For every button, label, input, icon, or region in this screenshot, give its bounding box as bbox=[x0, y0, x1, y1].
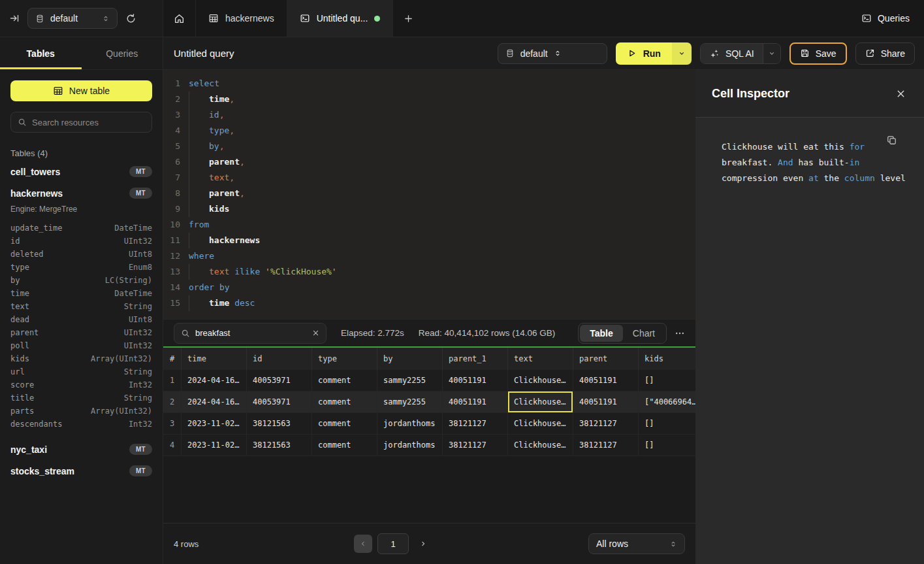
editor-line[interactable]: 7text, bbox=[163, 170, 695, 186]
column-row[interactable]: idUInt32 bbox=[10, 235, 152, 248]
table-cell[interactable]: sammy2255 bbox=[377, 391, 443, 412]
queries-button[interactable]: Queries bbox=[861, 13, 910, 24]
column-row[interactable]: deletedUInt8 bbox=[10, 248, 152, 261]
refresh-icon[interactable] bbox=[125, 13, 136, 24]
new-table-button[interactable]: New table bbox=[10, 80, 152, 101]
table-cell[interactable]: Clickhouse… bbox=[508, 413, 573, 434]
results-search[interactable] bbox=[174, 323, 327, 344]
table-cell[interactable]: [] bbox=[639, 370, 695, 391]
clear-search-icon[interactable] bbox=[312, 329, 319, 337]
table-row[interactable]: 32023-11-02…38121563commentjordanthoms38… bbox=[163, 413, 695, 435]
column-row[interactable]: descendantsInt32 bbox=[10, 418, 152, 431]
table-cell[interactable]: 2023-11-02… bbox=[182, 413, 247, 434]
column-row[interactable]: update_timeDateTime bbox=[10, 222, 152, 235]
table-cell[interactable]: Clickhouse… bbox=[508, 435, 573, 456]
editor-line[interactable]: 6parent, bbox=[163, 154, 695, 170]
table-cell[interactable]: 40051191 bbox=[573, 370, 639, 391]
column-row[interactable]: timeDateTime bbox=[10, 287, 152, 300]
editor-line[interactable]: 12where bbox=[163, 248, 695, 264]
table-cell[interactable]: comment bbox=[312, 370, 377, 391]
column-row[interactable]: parentUInt32 bbox=[10, 326, 152, 339]
row-number[interactable]: 1 bbox=[163, 370, 182, 391]
table-cell[interactable]: 38121127 bbox=[573, 435, 639, 456]
table-cell[interactable]: [] bbox=[639, 413, 695, 434]
column-header[interactable]: id bbox=[247, 348, 312, 370]
table-row[interactable]: 12024-04-16…40053971commentsammy22554005… bbox=[163, 370, 695, 391]
table-cell[interactable]: 40051191 bbox=[443, 391, 508, 412]
run-options-button[interactable] bbox=[672, 42, 692, 65]
row-number[interactable]: 2 bbox=[163, 391, 182, 412]
table-cell[interactable]: 40051191 bbox=[443, 370, 508, 391]
column-header[interactable]: by bbox=[377, 348, 443, 370]
editor-line[interactable]: 2time, bbox=[163, 91, 695, 107]
column-header[interactable]: kids bbox=[639, 348, 695, 370]
table-row[interactable]: 42023-11-02…38121563commentjordanthoms38… bbox=[163, 435, 695, 456]
column-row[interactable]: deadUInt8 bbox=[10, 313, 152, 326]
share-button[interactable]: Share bbox=[855, 42, 915, 65]
table-cell[interactable]: 40053971 bbox=[247, 370, 312, 391]
more-options-icon[interactable] bbox=[675, 328, 685, 339]
table-cell[interactable]: 38121563 bbox=[247, 413, 312, 434]
table-cell[interactable]: 40053971 bbox=[247, 391, 312, 412]
save-button[interactable]: Save bbox=[789, 42, 847, 65]
collapse-sidebar-icon[interactable] bbox=[9, 13, 20, 24]
sidebar-table-nyc_taxi[interactable]: nyc_taxiMT bbox=[0, 439, 163, 460]
new-tab-button[interactable] bbox=[393, 0, 423, 37]
sidebar-tab-queries[interactable]: Queries bbox=[82, 37, 163, 69]
copy-icon[interactable] bbox=[886, 135, 897, 146]
editor-line[interactable]: 15time desc bbox=[163, 295, 695, 311]
column-header[interactable]: time bbox=[182, 348, 247, 370]
table-cell[interactable]: 38121127 bbox=[573, 413, 639, 434]
column-row[interactable]: urlString bbox=[10, 365, 152, 378]
resource-search[interactable] bbox=[10, 112, 152, 133]
column-row[interactable]: titleString bbox=[10, 391, 152, 405]
table-cell[interactable]: 2024-04-16… bbox=[182, 391, 247, 412]
sidebar-tab-tables[interactable]: Tables bbox=[0, 37, 82, 69]
editor-line[interactable]: 9kids bbox=[163, 201, 695, 217]
column-row[interactable]: textString bbox=[10, 300, 152, 313]
row-number[interactable]: 3 bbox=[163, 413, 182, 434]
column-row[interactable]: scoreInt32 bbox=[10, 378, 152, 391]
sql-ai-button[interactable]: SQL AI bbox=[701, 44, 763, 63]
sidebar-table-stocks_stream[interactable]: stocks_streamMT bbox=[0, 460, 163, 482]
sidebar-table-cell_towers[interactable]: cell_towersMT bbox=[0, 161, 163, 182]
editor-line[interactable]: 4type, bbox=[163, 123, 695, 139]
editor-line[interactable]: 11hackernews bbox=[163, 233, 695, 248]
column-header[interactable]: parent_1 bbox=[443, 348, 508, 370]
editor-line[interactable]: 13text ilike '%ClickHouse%' bbox=[163, 264, 695, 280]
table-cell[interactable]: comment bbox=[312, 435, 377, 456]
table-cell[interactable]: [] bbox=[639, 435, 695, 456]
table-cell[interactable]: 2024-04-16… bbox=[182, 370, 247, 391]
column-header[interactable]: # bbox=[163, 348, 182, 370]
table-cell[interactable]: jordanthoms bbox=[377, 413, 443, 434]
editor-line[interactable]: 8parent, bbox=[163, 186, 695, 201]
column-row[interactable]: byLC(String) bbox=[10, 274, 152, 287]
table-row[interactable]: 22024-04-16…40053971commentsammy22554005… bbox=[163, 391, 695, 413]
table-cell[interactable]: 38121127 bbox=[443, 435, 508, 456]
table-cell[interactable]: comment bbox=[312, 413, 377, 434]
resource-search-input[interactable] bbox=[32, 118, 145, 127]
tab-home[interactable] bbox=[163, 0, 196, 37]
column-header[interactable]: text bbox=[508, 348, 573, 370]
results-search-input[interactable] bbox=[195, 328, 307, 338]
column-row[interactable]: typeEnum8 bbox=[10, 261, 152, 274]
editor-line[interactable]: 1select bbox=[163, 76, 695, 91]
editor-line[interactable]: 3id, bbox=[163, 107, 695, 123]
query-database-selector[interactable]: default bbox=[498, 43, 607, 64]
page-number-input[interactable] bbox=[378, 534, 408, 554]
table-cell[interactable]: ["40066964… bbox=[639, 391, 695, 412]
table-cell[interactable]: 40051191 bbox=[573, 391, 639, 412]
column-header[interactable]: type bbox=[312, 348, 377, 370]
table-cell[interactable]: 38121127 bbox=[443, 413, 508, 434]
column-header[interactable]: parent bbox=[573, 348, 639, 370]
tab-hackernews[interactable]: hackernews bbox=[196, 0, 287, 37]
page-size-selector[interactable]: All rows bbox=[588, 533, 685, 554]
tab-untitled-query[interactable]: Untitled qu... bbox=[287, 0, 394, 37]
row-number[interactable]: 4 bbox=[163, 435, 182, 456]
previous-page-button[interactable] bbox=[354, 535, 372, 553]
table-cell[interactable]: Clickhouse… bbox=[508, 391, 573, 412]
table-cell[interactable]: 38121563 bbox=[247, 435, 312, 456]
editor-line[interactable]: 10from bbox=[163, 217, 695, 233]
view-tab-table[interactable]: Table bbox=[580, 325, 623, 342]
next-page-button[interactable] bbox=[419, 540, 427, 548]
